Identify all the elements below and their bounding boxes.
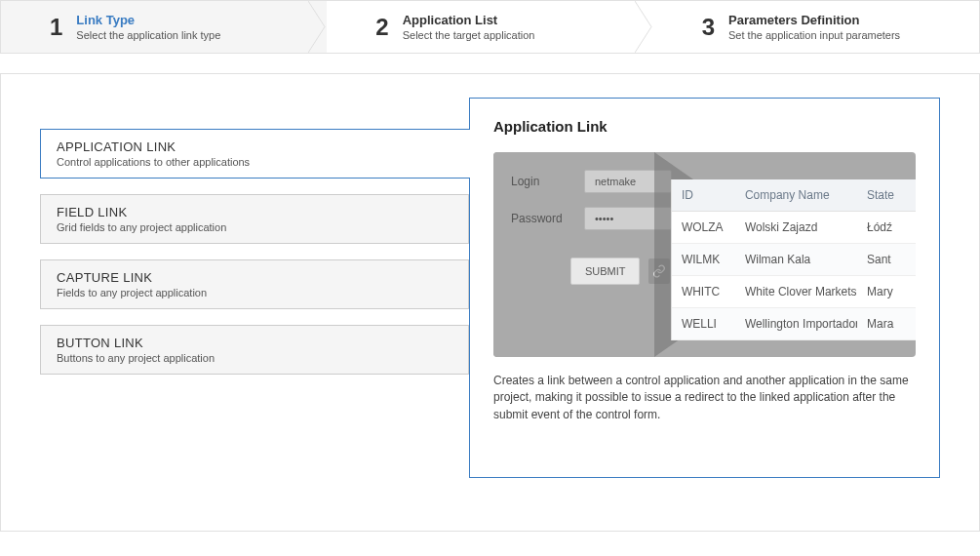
- step-title: Link Type: [76, 13, 220, 27]
- wizard-step-link-type[interactable]: 1 Link Type Select the application link …: [1, 1, 327, 53]
- table-row: WILMK Wilman Kala Sant: [672, 244, 916, 276]
- option-button-link[interactable]: BUTTON LINK Buttons to any project appli…: [40, 325, 469, 375]
- detail-description: Creates a link between a control applica…: [493, 373, 916, 423]
- grid-header: ID Company Name State: [672, 179, 916, 212]
- table-row: WOLZA Wolski Zajazd Łódź: [672, 212, 916, 244]
- option-capture-link[interactable]: CAPTURE LINK Fields to any project appli…: [40, 259, 469, 309]
- step-title: Parameters Definition: [728, 13, 900, 27]
- detail-panel: Application Link Login netmake Password …: [469, 98, 940, 478]
- submit-button-preview: SUBMIT: [570, 258, 641, 285]
- login-label: Login: [511, 175, 584, 188]
- col-state: State: [857, 179, 916, 211]
- option-title: CAPTURE LINK: [57, 270, 452, 285]
- step-number: 2: [375, 14, 388, 41]
- option-title: FIELD LINK: [57, 205, 452, 219]
- option-desc: Fields to any project application: [57, 287, 452, 298]
- chevron-right-icon: [308, 1, 328, 53]
- preview-grid: ID Company Name State WOLZA Wolski Zajaz…: [671, 179, 916, 340]
- step-title: Application List: [403, 13, 535, 27]
- detail-heading: Application Link: [493, 118, 916, 135]
- table-row: WHITC White Clover Markets Mary: [672, 276, 916, 308]
- option-desc: Control applications to other applicatio…: [57, 156, 454, 168]
- password-label: Password: [511, 212, 584, 225]
- option-desc: Grid fields to any project application: [57, 221, 452, 233]
- option-field-link[interactable]: FIELD LINK Grid fields to any project ap…: [40, 194, 469, 244]
- wizard-step-application-list[interactable]: 2 Application List Select the target app…: [327, 1, 652, 53]
- option-desc: Buttons to any project application: [57, 352, 452, 364]
- option-application-link[interactable]: APPLICATION LINK Control applications to…: [40, 129, 470, 179]
- step-number: 1: [50, 14, 62, 41]
- option-title: APPLICATION LINK: [57, 139, 454, 154]
- table-row: WELLI Wellington Importadora Mara: [672, 308, 916, 340]
- option-title: BUTTON LINK: [57, 336, 452, 350]
- preview-image: Login netmake Password ••••• SUBMIT: [493, 152, 916, 357]
- col-id: ID: [672, 179, 735, 211]
- step-number: 3: [702, 14, 715, 41]
- link-type-options: APPLICATION LINK Control applications to…: [40, 98, 469, 390]
- step-desc: Select the target application: [403, 29, 535, 41]
- wizard-step-parameters-definition[interactable]: 3 Parameters Definition Set the applicat…: [653, 1, 979, 53]
- main-panel: APPLICATION LINK Control applications to…: [0, 73, 980, 532]
- wizard-steps: 1 Link Type Select the application link …: [0, 0, 980, 54]
- chevron-right-icon: [635, 1, 654, 53]
- step-desc: Select the application link type: [76, 29, 220, 41]
- col-company: Company Name: [735, 179, 857, 211]
- step-desc: Set the application input parameters: [728, 29, 900, 41]
